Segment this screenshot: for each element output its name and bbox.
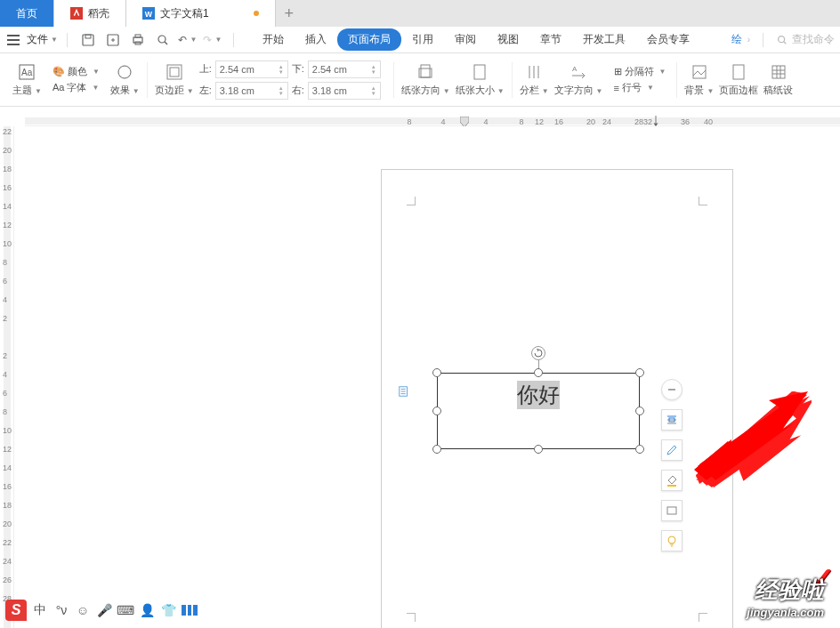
effect-label: 效果	[110, 85, 130, 95]
new-tab-button[interactable]: +	[276, 0, 303, 27]
resize-handle[interactable]	[635, 368, 644, 377]
page-margin-button[interactable]: 页边距▼	[155, 62, 194, 97]
svg-rect-14	[167, 65, 182, 79]
font-label: Aa 字体	[52, 81, 87, 94]
columns-label: 分栏	[520, 85, 539, 95]
theme-button[interactable]: Aa 主题▼	[12, 62, 42, 97]
margin-bottom-input[interactable]: 2.54 cm▲▼	[308, 60, 381, 78]
color-button[interactable]: 🎨颜色▼	[52, 65, 100, 78]
page-corner-icon	[699, 613, 707, 622]
ime-toolbar[interactable]: S 中 °ν ☺ 🎤 ⌨ 👤 👕	[5, 600, 198, 621]
ime-punct-button[interactable]: °ν	[53, 602, 69, 618]
margin-bottom-label: 下:	[292, 62, 304, 76]
menu-page-layout[interactable]: 页面布局	[337, 28, 401, 51]
watermark-url: jingyanla.com	[747, 606, 824, 619]
resize-handle[interactable]	[432, 407, 441, 415]
menu-member[interactable]: 会员专享	[636, 28, 700, 51]
menu-start[interactable]: 开始	[252, 28, 295, 51]
shape-tool-button[interactable]	[661, 500, 682, 521]
ime-voice-button[interactable]: 🎤	[96, 602, 112, 618]
menu-review[interactable]: 审阅	[444, 28, 487, 51]
edit-tool-button[interactable]	[661, 439, 682, 461]
margin-top-input[interactable]: 2.54 cm▲▼	[215, 60, 288, 78]
tab-home[interactable]: 首页	[0, 0, 54, 27]
textbox-frame[interactable]: 你好	[437, 373, 640, 449]
save-as-button[interactable]	[103, 30, 123, 50]
horizontal-ruler[interactable]: 84481216202428323640	[25, 107, 840, 126]
minus-icon	[666, 384, 677, 395]
tab-document[interactable]: W 文字文稿1	[126, 0, 276, 27]
columns-button[interactable]: 分栏▼	[520, 62, 549, 97]
background-icon	[690, 62, 709, 82]
ime-lang-button[interactable]: 中	[32, 602, 48, 618]
paper-direction-button[interactable]: 纸张方向▼	[401, 62, 450, 97]
chevron-right-icon[interactable]: ›	[747, 35, 750, 44]
idea-tool-button[interactable]	[661, 530, 682, 552]
hamburger-menu[interactable]	[5, 32, 21, 48]
paper-size-label: 纸张大小	[456, 85, 495, 95]
menu-devtools[interactable]: 开发工具	[572, 28, 636, 51]
watermark: 经验啦 jingyanla.com	[747, 575, 824, 619]
spinner-icon[interactable]: ▲▼	[279, 64, 284, 75]
textbox-text[interactable]: 你好	[517, 381, 560, 409]
svg-rect-24	[733, 65, 744, 79]
text-direction-button[interactable]: A 文字方向▼	[554, 62, 603, 97]
svg-point-10	[779, 36, 785, 42]
margin-left-input[interactable]: 3.18 cm▲▼	[215, 82, 288, 100]
document-canvas[interactable]: 你好	[25, 126, 840, 628]
vertical-ruler[interactable]: 2220181614121086422468101214161820222426…	[0, 126, 14, 628]
spinner-icon[interactable]: ▲▼	[371, 64, 376, 75]
margin-right-input[interactable]: 3.18 cm▲▼	[308, 82, 381, 100]
resize-handle[interactable]	[534, 368, 543, 377]
menu-chapter[interactable]: 章节	[529, 28, 572, 51]
line-number-button[interactable]: ≡行号▼	[614, 81, 666, 94]
ime-toolbox-button[interactable]	[182, 602, 198, 618]
breaks-button[interactable]: ⊞分隔符▼	[614, 65, 666, 78]
paper-direction-label: 纸张方向	[401, 85, 440, 95]
spinner-icon[interactable]: ▲▼	[371, 85, 376, 96]
print-preview-button[interactable]	[153, 30, 173, 50]
resize-handle[interactable]	[432, 445, 441, 454]
page-border-button[interactable]: 页面边框	[719, 62, 758, 97]
redo-button[interactable]: ↷▼	[203, 30, 222, 50]
paper-size-button[interactable]: 纸张大小▼	[456, 62, 505, 97]
save-button[interactable]	[78, 30, 98, 50]
sogou-logo-icon[interactable]: S	[5, 600, 27, 621]
spinner-icon[interactable]: ▲▼	[279, 85, 284, 96]
watermark-title: 经验啦	[747, 575, 824, 606]
background-button[interactable]: 背景▼	[684, 62, 714, 97]
rotate-handle[interactable]	[531, 346, 545, 360]
draw-label[interactable]: 绘	[731, 32, 742, 47]
tab-docker[interactable]: 稻壳	[54, 0, 126, 27]
collapse-tool-button[interactable]	[661, 379, 682, 400]
page-border-icon	[729, 62, 748, 82]
tab-docker-label: 稻壳	[88, 6, 109, 21]
layout-tool-button[interactable]	[661, 409, 682, 431]
font-button[interactable]: Aa 字体▼	[52, 81, 100, 94]
undo-button[interactable]: ↶▼	[178, 30, 198, 50]
ime-keyboard-button[interactable]: ⌨	[117, 602, 133, 618]
resize-handle[interactable]	[635, 445, 644, 454]
resize-handle[interactable]	[635, 407, 644, 415]
menu-insert[interactable]: 插入	[295, 28, 337, 51]
page: 你好	[381, 169, 733, 628]
margin-right-label: 右:	[292, 84, 304, 97]
resize-handle[interactable]	[534, 445, 543, 454]
print-button[interactable]	[128, 30, 148, 50]
effect-button[interactable]: 效果▼	[110, 62, 140, 97]
command-search[interactable]: 查找命令	[776, 32, 835, 47]
ime-emoji-button[interactable]: ☺	[75, 602, 91, 618]
resize-handle[interactable]	[432, 368, 441, 377]
svg-rect-16	[421, 65, 430, 77]
menu-references[interactable]: 引用	[401, 28, 444, 51]
tab-document-label: 文字文稿1	[160, 6, 209, 21]
cursor-marker-icon	[651, 116, 660, 126]
ime-user-button[interactable]: 👤	[139, 602, 155, 618]
anchor-icon	[398, 385, 410, 398]
draft-paper-button[interactable]: 稿纸设	[763, 62, 793, 97]
fill-tool-button[interactable]	[661, 470, 682, 491]
menu-view[interactable]: 视图	[487, 28, 529, 51]
ime-skin-button[interactable]: 👕	[160, 602, 176, 618]
textbox[interactable]: 你好	[437, 373, 640, 449]
file-menu[interactable]: 文件▼	[27, 32, 58, 47]
